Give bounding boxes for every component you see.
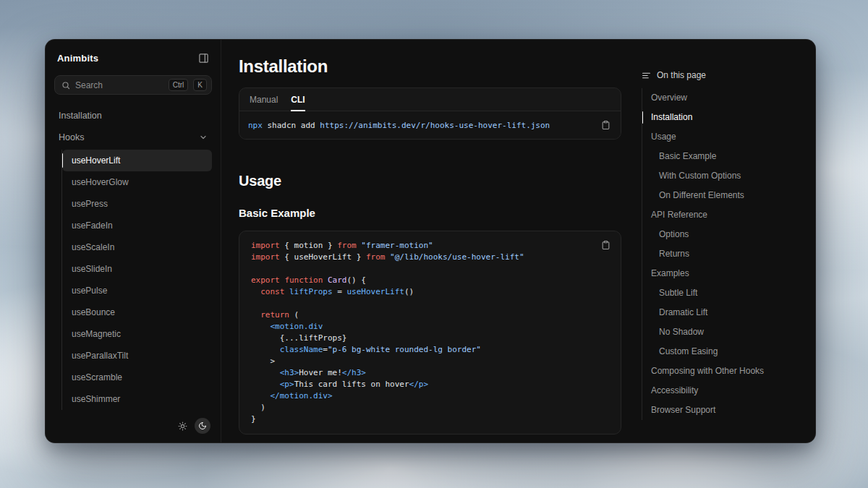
- code-block-card: import { motion } from "framer-motion"im…: [239, 231, 621, 435]
- install-card: ManualCLI npx shadcn add https://animbit…: [239, 87, 621, 140]
- code-line: const liftProps = useHoverLift(): [251, 286, 609, 298]
- search-icon: [61, 81, 70, 90]
- toc-item-dramatic-lift[interactable]: Dramatic Lift: [642, 303, 804, 322]
- hooks-list: useHoverLiftuseHoverGlowusePressuseFadeI…: [61, 150, 212, 410]
- code-line: ): [251, 402, 609, 414]
- sidebar-spacer: [46, 410, 221, 418]
- theme-toggle: [46, 418, 221, 442]
- panel-toggle-icon: [198, 53, 209, 64]
- sidebar-item-usebounce[interactable]: useBounce: [62, 301, 212, 323]
- tab-manual[interactable]: Manual: [250, 88, 278, 111]
- copy-code-button[interactable]: [600, 239, 612, 252]
- app-window: Animbits Search Ctrl K Installation Hook…: [45, 39, 816, 443]
- section-title-usage: Usage: [239, 171, 621, 190]
- toc-title: On this page: [657, 70, 706, 80]
- sidebar-item-hooks[interactable]: Hooks: [53, 127, 213, 148]
- code-line: import { useHoverLift } from "@/lib/hook…: [251, 252, 609, 263]
- moon-icon: [198, 421, 207, 430]
- copy-command-button[interactable]: [600, 119, 612, 132]
- section-title-basic-example: Basic Example: [239, 206, 621, 221]
- kbd-ctrl: Ctrl: [169, 79, 189, 91]
- sidebar: Animbits Search Ctrl K Installation Hook…: [46, 40, 221, 442]
- toc: On this page OverviewInstallationUsageBa…: [632, 40, 815, 442]
- sidebar-item-useslidein[interactable]: useSlideIn: [62, 258, 212, 280]
- code-line: >: [251, 356, 609, 367]
- page-title: Installation: [239, 56, 621, 77]
- light-theme-button[interactable]: [174, 418, 190, 434]
- code-line: [251, 263, 609, 275]
- kbd-k: K: [193, 79, 207, 91]
- install-command: npx shadcn add https://animbits.dev/r/ho…: [248, 121, 550, 130]
- dark-theme-button[interactable]: [195, 418, 210, 434]
- sidebar-item-usemagnetic[interactable]: useMagnetic: [62, 323, 212, 345]
- toc-item-options[interactable]: Options: [642, 225, 804, 244]
- code-line: <p>This card lifts on hover</p>: [251, 379, 609, 390]
- code-line: }: [251, 414, 609, 425]
- toc-item-usage[interactable]: Usage: [642, 127, 804, 147]
- sidebar-nav: Installation Hooks useHoverLiftuseHoverG…: [46, 105, 221, 410]
- tab-cli[interactable]: CLI: [291, 88, 305, 111]
- toc-item-accessibility[interactable]: Accessibility: [642, 381, 804, 401]
- list-icon: [642, 71, 651, 80]
- install-tabs: ManualCLI: [239, 88, 621, 111]
- code-line: export function Card() {: [251, 275, 609, 286]
- toc-list: OverviewInstallationUsageBasic ExampleWi…: [642, 88, 804, 420]
- toc-item-composing-with-other-hooks[interactable]: Composing with Other Hooks: [642, 361, 804, 381]
- sun-icon: [178, 421, 187, 431]
- code-line: import { motion } from "framer-motion": [251, 240, 609, 252]
- toc-item-custom-easing[interactable]: Custom Easing: [642, 342, 804, 361]
- sidebar-item-usepress[interactable]: usePress: [62, 193, 212, 215]
- chevron-down-icon: [199, 133, 208, 142]
- code-line: <motion.div: [251, 321, 609, 333]
- code-line: {...liftProps}: [251, 333, 609, 344]
- sidebar-item-usepulse[interactable]: usePulse: [62, 280, 212, 301]
- sidebar-item-usescalein[interactable]: useScaleIn: [62, 236, 212, 258]
- sidebar-item-usescramble[interactable]: useScramble: [62, 367, 212, 388]
- copy-icon: [601, 240, 610, 250]
- code-line: <h3>Hover me!</h3>: [251, 367, 609, 379]
- toc-item-on-different-elements[interactable]: On Different Elements: [642, 186, 804, 205]
- toc-item-no-shadow[interactable]: No Shadow: [642, 322, 804, 342]
- sidebar-header: Animbits: [46, 40, 221, 65]
- toc-item-examples[interactable]: Examples: [642, 264, 804, 283]
- copy-icon: [601, 120, 610, 130]
- desktop-wallpaper: Animbits Search Ctrl K Installation Hook…: [0, 0, 868, 488]
- toc-item-basic-example[interactable]: Basic Example: [642, 147, 804, 166]
- code-line: </motion.div>: [251, 390, 609, 402]
- search-placeholder: Search: [75, 80, 163, 90]
- toc-item-browser-support[interactable]: Browser Support: [642, 401, 804, 420]
- toc-item-installation[interactable]: Installation: [642, 108, 804, 127]
- code-line: [251, 298, 609, 309]
- search-input[interactable]: Search Ctrl K: [54, 75, 212, 95]
- sidebar-toggle-button[interactable]: [197, 51, 210, 65]
- sidebar-item-usehoverglow[interactable]: useHoverGlow: [62, 171, 212, 193]
- sidebar-item-usehoverlift[interactable]: useHoverLift: [62, 150, 212, 171]
- code-block: import { motion } from "framer-motion"im…: [251, 240, 609, 425]
- toc-item-with-custom-options[interactable]: With Custom Options: [642, 166, 804, 186]
- toc-item-subtle-lift[interactable]: Subtle Lift: [642, 283, 804, 303]
- sidebar-item-usefadein[interactable]: useFadeIn: [62, 215, 212, 236]
- nav-label: Installation: [59, 111, 102, 121]
- sidebar-item-installation[interactable]: Installation: [53, 105, 213, 127]
- install-command-row: npx shadcn add https://animbits.dev/r/ho…: [239, 111, 621, 139]
- nav-label: Hooks: [59, 132, 84, 142]
- brand-title: Animbits: [57, 53, 98, 64]
- toc-item-returns[interactable]: Returns: [642, 244, 804, 264]
- code-line: className="p-6 bg-white rounded-lg borde…: [251, 344, 609, 356]
- sidebar-item-useshimmer[interactable]: useShimmer: [62, 388, 212, 410]
- toc-header: On this page: [642, 70, 804, 80]
- toc-item-api-reference[interactable]: API Reference: [642, 205, 804, 225]
- code-line: return (: [251, 309, 609, 321]
- toc-item-overview[interactable]: Overview: [642, 88, 804, 108]
- main-content: Installation ManualCLI npx shadcn add ht…: [221, 40, 632, 442]
- sidebar-item-useparallaxtilt[interactable]: useParallaxTilt: [62, 345, 212, 367]
